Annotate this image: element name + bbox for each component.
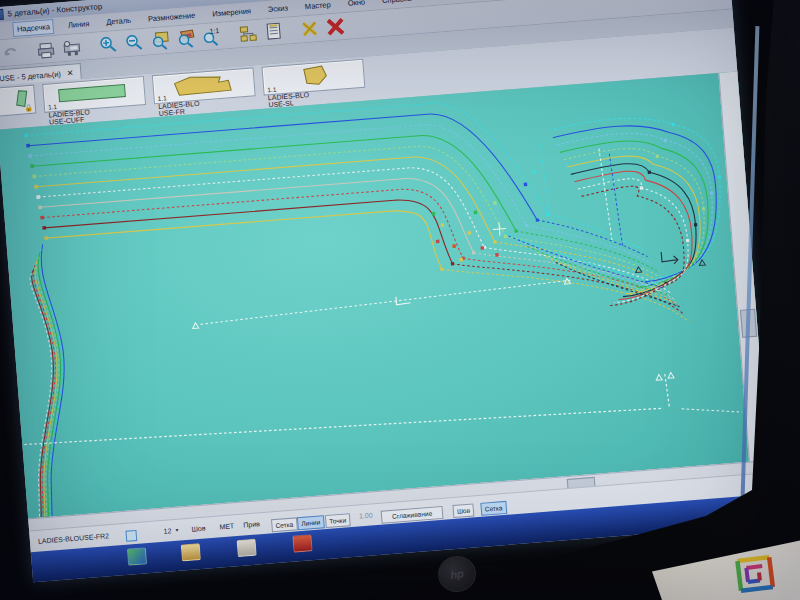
- pattern-line: [46, 207, 442, 300]
- triangle-marker: [668, 372, 674, 378]
- tab-close-icon[interactable]: ✕: [66, 68, 73, 77]
- point-marker: [686, 239, 689, 242]
- taskbar-app2-icon[interactable]: [292, 534, 312, 552]
- menu-item-sketch[interactable]: Эскиз: [264, 1, 291, 16]
- menu-item-line[interactable]: Линия: [64, 17, 92, 32]
- triangle-marker: [656, 374, 662, 380]
- zoom-out-icon[interactable]: [122, 31, 145, 54]
- zoom-1to1-icon[interactable]: 1:1: [200, 25, 223, 48]
- zoom-in-icon[interactable]: [96, 33, 119, 56]
- pattern-line: [36, 151, 495, 277]
- point-marker: [28, 154, 32, 158]
- pattern-line: [38, 162, 484, 282]
- triangle-marker: [192, 322, 198, 328]
- taskbar-document-icon[interactable]: [237, 539, 257, 557]
- toggle-lines[interactable]: Линии: [297, 515, 325, 530]
- taskbar-app-icon[interactable]: [127, 547, 147, 565]
- delete-notch-icon[interactable]: [298, 18, 321, 41]
- delete-all-icon[interactable]: [324, 16, 347, 39]
- point-marker: [36, 195, 40, 199]
- menu-item-notch[interactable]: Надсечка: [12, 19, 54, 37]
- piece-scale: 1.1: [267, 86, 277, 94]
- point-marker: [452, 244, 456, 248]
- piece-scale: 1.1: [48, 103, 58, 111]
- triangle-marker: [699, 260, 705, 266]
- pattern-line: [34, 140, 505, 273]
- point-marker: [640, 186, 643, 189]
- menu-item-clipped[interactable]: а: [0, 24, 2, 38]
- taskbar-folder-icon[interactable]: [181, 543, 201, 561]
- menu-item-piece[interactable]: Деталь: [103, 14, 135, 29]
- point-marker: [38, 205, 42, 209]
- point-marker: [648, 170, 651, 173]
- toggle-points[interactable]: Точки: [325, 513, 351, 528]
- piece-scale: 1.1: [157, 94, 167, 102]
- scale-value: 1.00: [359, 511, 373, 519]
- point-marker: [30, 164, 34, 168]
- pattern-line: [518, 230, 666, 303]
- menu-item-grading[interactable]: Размножение: [145, 9, 199, 26]
- menu-item-window[interactable]: Окно: [344, 0, 368, 10]
- point-marker: [493, 201, 497, 205]
- point-marker: [467, 231, 471, 235]
- point-marker: [495, 253, 499, 257]
- pattern-line: [581, 183, 687, 308]
- helper-line: [540, 145, 550, 227]
- undo-icon[interactable]: [0, 41, 21, 64]
- priv-label[interactable]: Прив: [243, 520, 260, 528]
- pattern-line: [548, 207, 643, 256]
- piece-card-sleeve[interactable]: 1.1: [261, 59, 365, 96]
- point-marker: [694, 223, 697, 226]
- plotter-icon[interactable]: [61, 36, 84, 59]
- monitor-screen: 5 деталь(и) - Конструктор а Надсечка Лин…: [0, 0, 773, 582]
- helper-line: [599, 148, 612, 242]
- grid-button[interactable]: Сетка: [480, 501, 507, 516]
- pattern-line: [28, 252, 73, 517]
- toggle-grid[interactable]: Сетка: [271, 517, 298, 532]
- point-marker: [474, 211, 478, 215]
- pattern-line: [549, 111, 727, 286]
- pattern-line: [42, 185, 463, 291]
- pattern-canvas[interactable]: [0, 71, 768, 518]
- pattern-line: [499, 218, 660, 296]
- app-icon: [0, 9, 4, 21]
- point-marker: [533, 170, 537, 174]
- point-marker: [441, 223, 445, 227]
- point-marker: [710, 191, 713, 194]
- print-icon[interactable]: [35, 38, 58, 61]
- menu-item-measure[interactable]: Измерения: [209, 4, 255, 20]
- cursor-crosshair: [492, 222, 506, 236]
- point-marker: [664, 139, 667, 142]
- bust-line: [199, 280, 572, 324]
- met-label[interactable]: МЕТ: [219, 522, 234, 530]
- zoom-piece-icon[interactable]: [174, 27, 197, 50]
- point-marker: [40, 216, 44, 220]
- notes-icon[interactable]: [262, 20, 285, 43]
- seam-button[interactable]: Шов: [452, 503, 474, 518]
- zoom-area-icon[interactable]: [148, 29, 171, 52]
- point-marker: [432, 212, 436, 216]
- side-seam: [665, 374, 670, 408]
- status-checkbox[interactable]: [125, 530, 137, 542]
- size-dropdown-arrow[interactable]: ▾: [175, 527, 178, 533]
- point-marker: [656, 155, 659, 158]
- zoom-ratio-label: 1:1: [209, 27, 219, 35]
- hem-line: [24, 394, 663, 458]
- menu-item-help[interactable]: Справка: [379, 0, 415, 7]
- pieces-tree-icon[interactable]: [236, 22, 259, 45]
- dimension-arrow: [661, 251, 678, 265]
- point-marker: [672, 123, 675, 126]
- size-value[interactable]: 12: [163, 527, 171, 535]
- point-marker: [26, 144, 30, 148]
- pattern-line: [40, 174, 474, 287]
- piece-card-front[interactable]: 1.1: [152, 67, 256, 104]
- point-marker: [436, 240, 440, 244]
- hem-extension: [682, 404, 742, 417]
- menu-item-master[interactable]: Мастер: [301, 0, 334, 13]
- point-marker: [34, 185, 38, 189]
- seam-label[interactable]: Шов: [191, 525, 206, 533]
- piece-card-cuff[interactable]: 1.1: [42, 76, 146, 113]
- current-piece-name: LADIES-BLOUSE-FR2: [38, 532, 110, 545]
- point-marker: [32, 175, 36, 179]
- pattern-line: [474, 237, 675, 315]
